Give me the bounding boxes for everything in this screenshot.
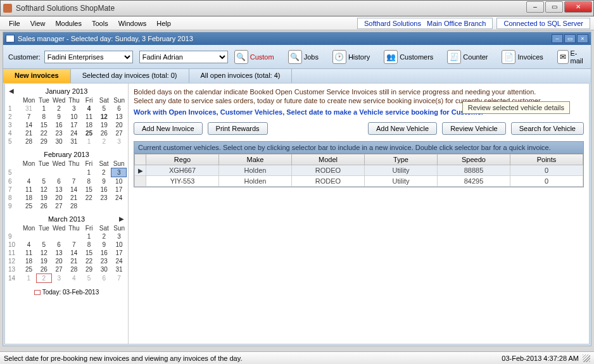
calendar-day[interactable]: 20 [51, 257, 66, 265]
counter-tool-button[interactable]: 🧾Counter [447, 49, 488, 65]
calendar-day[interactable]: 20 [111, 121, 127, 129]
calendar-day[interactable]: 26 [97, 129, 112, 137]
panel-minimize-button[interactable]: – [552, 34, 563, 43]
calendar-day[interactable]: 21 [22, 129, 37, 137]
calendar-today-link[interactable]: Today: 03-Feb-2013 [6, 287, 127, 296]
calendar-day[interactable]: 7 [66, 177, 82, 186]
calendar-day[interactable]: 28 [22, 137, 37, 146]
calendar-day[interactable]: 27 [111, 129, 127, 137]
calendar-day[interactable]: 3 [111, 137, 127, 146]
calendar-day[interactable]: 4 [66, 274, 82, 283]
jobs-tool-button[interactable]: 🔍Jobs [288, 49, 319, 65]
calendar-day[interactable]: 25 [82, 129, 97, 137]
calendar-day[interactable]: 17 [111, 249, 127, 257]
calendar-day[interactable]: 18 [22, 257, 37, 265]
calendar-day[interactable]: 24 [111, 194, 127, 202]
calendar-day[interactable]: 23 [96, 194, 111, 202]
calendar-day[interactable]: 1 [22, 274, 37, 283]
calendar-day[interactable]: 13 [51, 185, 66, 194]
calendar-day[interactable]: 31 [111, 265, 127, 274]
calendar-day[interactable]: 9 [51, 113, 66, 121]
tab-selected-day-invoices[interactable]: Selected day invoices (total: 0) [71, 69, 189, 83]
calendar-day[interactable]: 16 [51, 121, 66, 129]
calendar-day[interactable]: 30 [97, 265, 112, 274]
calendar-day[interactable]: 14 [66, 249, 82, 257]
calendar-day[interactable]: 23 [97, 257, 112, 265]
calendar-day[interactable]: 13 [51, 249, 66, 257]
column-header[interactable]: Speedo [438, 154, 510, 165]
calendar-day[interactable]: 10 [111, 241, 127, 249]
calendar-day[interactable]: 12 [36, 185, 51, 194]
calendar-day[interactable]: 9 [97, 241, 112, 249]
tab-new-invoices[interactable]: New invoices [3, 69, 71, 83]
cal-next-button[interactable]: ▶ [119, 215, 124, 222]
add-new-invoice-button[interactable]: Add New Invoice [134, 122, 203, 135]
calendar-day[interactable]: 23 [51, 129, 66, 137]
calendar-day[interactable]: 22 [81, 194, 96, 202]
calendar-day[interactable]: 15 [81, 185, 96, 194]
calendar-day[interactable]: 25 [22, 265, 37, 274]
calendar-day[interactable]: 2 [51, 104, 66, 113]
calendar-day[interactable]: 1 [37, 104, 52, 113]
calendar-day[interactable]: 3 [111, 232, 127, 241]
resize-grip-icon[interactable] [583, 355, 590, 362]
menu-view[interactable]: View [25, 18, 51, 28]
invoices-tool-button[interactable]: 📄Invoices [502, 49, 543, 65]
table-row[interactable]: YIY-553HoldenRODEOUtility842950 [135, 175, 583, 186]
calendar-day[interactable]: 26 [37, 265, 52, 274]
calendar-day[interactable]: 6 [111, 104, 127, 113]
calendar-day[interactable]: 8 [37, 113, 52, 121]
custom-tool-button[interactable]: 🔍Custom [234, 49, 274, 65]
column-header[interactable]: Type [365, 154, 438, 165]
calendar-day[interactable]: 26 [36, 202, 51, 210]
calendar-day[interactable]: 21 [66, 194, 82, 202]
calendar-day[interactable]: 6 [51, 241, 66, 249]
calendar-day[interactable]: 4 [82, 104, 97, 113]
add-new-vehicle-button[interactable]: Add New Vehicle [368, 122, 437, 135]
minimize-button[interactable]: – [526, 1, 544, 13]
calendar-day[interactable]: 19 [97, 121, 112, 129]
calendar-day[interactable]: 29 [37, 137, 52, 146]
calendar-day[interactable]: 3 [51, 274, 66, 283]
calendar-day[interactable]: 21 [66, 257, 82, 265]
email-tool-button[interactable]: ✉E-mail [557, 49, 586, 65]
calendar-day[interactable]: 27 [51, 202, 66, 210]
calendar-day[interactable]: 10 [66, 113, 82, 121]
column-header[interactable]: Rego [146, 154, 219, 165]
menu-modules[interactable]: Modules [50, 18, 87, 28]
calendar-day[interactable]: 7 [111, 274, 127, 283]
calendar-day[interactable]: 17 [66, 121, 82, 129]
calendar-day[interactable]: 19 [37, 257, 52, 265]
review-vehicle-button[interactable]: Review Vehicle [442, 122, 506, 135]
calendar-day[interactable]: 8 [81, 177, 96, 186]
calendar-day[interactable]: 7 [66, 241, 82, 249]
column-header[interactable]: Model [292, 154, 365, 165]
calendar-day[interactable]: 16 [97, 249, 112, 257]
calendar-day[interactable]: 1 [82, 232, 97, 241]
calendar-day[interactable]: 16 [96, 185, 111, 194]
calendar-day[interactable]: 2 [97, 232, 112, 241]
calendar-day[interactable]: 20 [51, 194, 66, 202]
calendar-day[interactable]: 5 [37, 241, 52, 249]
calendar-day[interactable]: 3 [111, 168, 127, 177]
customers-tool-button[interactable]: 👥Customers [384, 49, 433, 65]
menu-file[interactable]: File [4, 18, 25, 28]
calendar-day[interactable]: 25 [22, 202, 37, 210]
close-button[interactable]: ✕ [564, 1, 592, 13]
calendar-day[interactable]: 12 [37, 249, 52, 257]
calendar-day[interactable]: 29 [82, 265, 97, 274]
calendar-day[interactable]: 31 [22, 104, 37, 113]
calendar-day[interactable]: 3 [66, 104, 82, 113]
cal-prev-button[interactable]: ◀ [9, 87, 14, 94]
tab-all-open-invoices[interactable]: All open invoices (total: 4) [189, 69, 293, 83]
calendar-day[interactable]: 18 [82, 121, 97, 129]
calendar-day[interactable]: 5 [97, 104, 112, 113]
maximize-button[interactable]: ▭ [545, 1, 563, 13]
calendar-day[interactable]: 5 [82, 274, 97, 283]
calendar-day[interactable]: 28 [66, 265, 82, 274]
contact-select[interactable]: Fadini Adrian [139, 51, 228, 63]
calendar-day[interactable]: 2 [97, 137, 112, 146]
calendar-day[interactable]: 18 [22, 194, 37, 202]
calendar-day[interactable]: 19 [36, 194, 51, 202]
calendar-day[interactable]: 2 [37, 274, 52, 283]
